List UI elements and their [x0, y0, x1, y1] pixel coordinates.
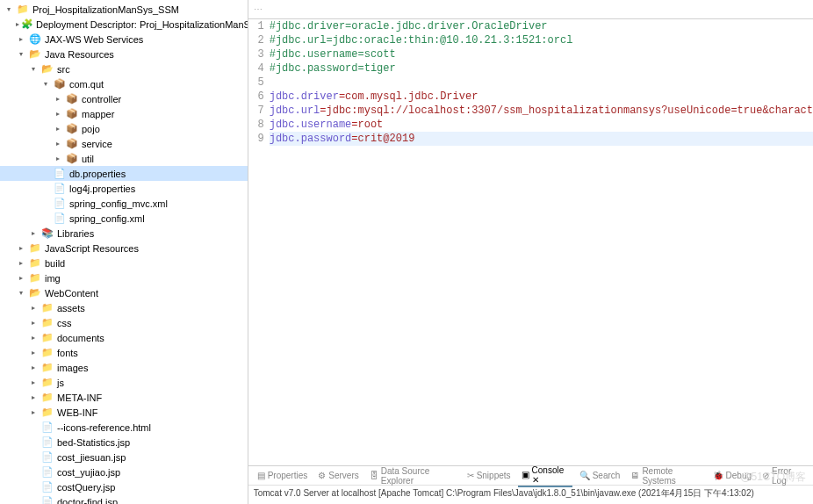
chevron-right-icon[interactable]: ▸ [16, 273, 26, 284]
tree-item[interactable]: ▸📁META-INF [0, 390, 248, 405]
tree-item[interactable]: ▾📂WebContent [0, 285, 248, 300]
tree-item-label: build [45, 258, 65, 269]
chevron-down-icon[interactable]: ▾ [28, 64, 39, 75]
bottom-tab-console[interactable]: ▣Console ✕ [518, 464, 572, 487]
tree-item[interactable]: ▸📦service [0, 136, 248, 151]
tree-item[interactable]: ▸📦pojo [0, 121, 248, 136]
tree-item[interactable]: 📄costQuery.jsp [0, 479, 248, 494]
chevron-down-icon[interactable]: ▾ [4, 4, 14, 15]
chevron-right-icon[interactable]: ▸ [28, 333, 39, 343]
bottom-tab-debug[interactable]: 🐞Debug [709, 470, 755, 481]
tree-item-label: Libraries [57, 228, 94, 239]
code-line[interactable]: #jdbc.password=tiger [270, 61, 813, 76]
remote-systems-icon: 🖥 [630, 471, 639, 480]
folder-icon: 📁 [40, 301, 54, 315]
chevron-down-icon[interactable]: ▾ [40, 79, 51, 90]
chevron-right-icon[interactable]: ▸ [16, 19, 19, 30]
project-explorer[interactable]: ▾📁Proj_HospitalizationManSys_SSM▸🧩Deploy… [0, 0, 248, 504]
editor-tab-strip[interactable]: ⋯ [248, 0, 813, 19]
tree-item[interactable]: ▸🧩Deployment Descriptor: Proj_Hospitaliz… [0, 17, 248, 32]
chevron-right-icon[interactable]: ▸ [16, 34, 26, 45]
tree-item-label: documents [57, 333, 104, 343]
tree-item[interactable]: ▸📦mapper [0, 106, 248, 121]
tree-item[interactable]: 📄--icons-reference.html [0, 420, 248, 435]
tree-item[interactable]: 📄cost_jiesuan.jsp [0, 450, 248, 464]
chevron-down-icon[interactable]: ▾ [16, 288, 26, 299]
code-line[interactable] [270, 76, 813, 90]
tree-item[interactable]: ▸📁fonts [0, 345, 248, 360]
code-editor[interactable]: 123456789 #jdbc.driver=oracle.jdbc.drive… [248, 19, 813, 465]
tree-item[interactable]: ▾📦com.qut [0, 76, 248, 91]
project-icon: 📁 [16, 3, 30, 17]
tree-item[interactable]: 📄cost_yujiao.jsp [0, 464, 248, 479]
tree-item[interactable]: 📄spring_config_mvc.xml [0, 196, 248, 211]
line-number: 4 [248, 61, 264, 76]
tree-item[interactable]: 📄doctor-find.jsp [0, 494, 248, 504]
tree-item[interactable]: 📄log4j.properties [0, 181, 248, 196]
code-content[interactable]: #jdbc.driver=oracle.jdbc.driver.OracleDr… [270, 19, 813, 465]
package-icon: 📦 [65, 122, 79, 136]
code-line[interactable]: #jdbc.url=jdbc:oracle:thin:@10.10.21.3:1… [270, 33, 813, 47]
bottom-tab-data-source-explorer[interactable]: 🗄Data Source Explorer [366, 465, 460, 486]
bottom-tab-label: Error Log [772, 466, 804, 486]
chevron-right-icon[interactable]: ▸ [53, 94, 63, 104]
chevron-right-icon[interactable]: ▸ [28, 378, 39, 388]
code-line[interactable]: jdbc.username=root [270, 118, 813, 132]
tree-item[interactable]: ▸📁documents [0, 330, 248, 345]
tree-item[interactable]: ▸📁assets [0, 300, 248, 315]
code-line[interactable]: #jdbc.driver=oracle.jdbc.driver.OracleDr… [270, 19, 813, 33]
tree-item[interactable]: ▸📁JavaScript Resources [0, 241, 248, 256]
chevron-right-icon[interactable]: ▸ [28, 348, 39, 358]
tree-item[interactable]: ▾📂Java Resources [0, 47, 248, 61]
tree-item[interactable]: ▸📦controller [0, 91, 248, 106]
chevron-right-icon[interactable]: ▸ [28, 363, 39, 373]
tree-item-label: spring_config_mvc.xml [69, 198, 168, 209]
chevron-right-icon[interactable]: ▸ [16, 243, 26, 254]
chevron-right-icon[interactable]: ▸ [28, 303, 39, 313]
bottom-tab-strip[interactable]: ▤Properties⚙Servers🗄Data Source Explorer… [248, 466, 813, 486]
folder-icon: 📁 [28, 256, 42, 270]
bottom-tab-error-log[interactable]: ⊘Error Log [759, 465, 808, 486]
chevron-right-icon[interactable]: ▸ [53, 109, 63, 119]
bottom-panel: ▤Properties⚙Servers🗄Data Source Explorer… [248, 465, 813, 504]
code-line[interactable]: jdbc.driver=com.mysql.jdbc.Driver [270, 90, 813, 104]
line-number: 2 [248, 33, 264, 47]
code-line[interactable]: #jdbc.username=scott [270, 47, 813, 61]
line-number: 7 [248, 104, 264, 118]
tree-item[interactable]: ▸📁js [0, 375, 248, 390]
lib-icon: 📚 [40, 227, 54, 241]
chevron-right-icon[interactable]: ▸ [28, 392, 39, 403]
bottom-tab-search[interactable]: 🔍Search [576, 470, 624, 481]
bottom-tab-snippets[interactable]: ✂Snippets [464, 470, 514, 481]
tree-item[interactable]: ▸📁WEB-INF [0, 405, 248, 420]
chevron-right-icon[interactable]: ▸ [28, 318, 39, 328]
tree-item[interactable]: 📄bed-Statistics.jsp [0, 435, 248, 450]
tree-item[interactable]: ▾📁Proj_HospitalizationManSys_SSM [0, 2, 248, 17]
chevron-right-icon[interactable]: ▸ [53, 139, 63, 149]
tree-item[interactable]: ▸🌐JAX-WS Web Services [0, 32, 248, 47]
project-tree[interactable]: ▾📁Proj_HospitalizationManSys_SSM▸🧩Deploy… [0, 0, 248, 504]
chevron-right-icon[interactable]: ▸ [16, 258, 26, 269]
tree-item[interactable]: ▸📁images [0, 360, 248, 375]
code-line[interactable]: jdbc.password=crit@2019 [270, 132, 813, 146]
chevron-right-icon[interactable]: ▸ [28, 407, 39, 418]
tree-item-label: util [82, 154, 94, 164]
chevron-right-icon[interactable]: ▸ [28, 228, 39, 239]
tree-item[interactable]: ▸📁css [0, 315, 248, 330]
chevron-right-icon[interactable]: ▸ [53, 154, 63, 164]
bottom-tab-servers[interactable]: ⚙Servers [314, 470, 362, 481]
tree-item[interactable]: ▾📂src [0, 61, 248, 76]
line-number: 6 [248, 90, 264, 104]
bottom-tab-remote-systems[interactable]: 🖥Remote Systems [627, 465, 705, 486]
bottom-tab-properties[interactable]: ▤Properties [254, 470, 312, 481]
tree-item[interactable]: ▸📦util [0, 151, 248, 166]
jsp-icon: 📄 [40, 495, 54, 505]
tree-item[interactable]: ▸📚Libraries [0, 226, 248, 241]
tree-item[interactable]: ▸📁build [0, 256, 248, 270]
chevron-down-icon[interactable]: ▾ [16, 49, 26, 60]
chevron-right-icon[interactable]: ▸ [53, 124, 63, 134]
tree-item[interactable]: ▸📁img [0, 270, 248, 285]
tree-item[interactable]: 📄spring_config.xml [0, 211, 248, 226]
tree-item[interactable]: 📄db.properties [0, 166, 248, 181]
code-line[interactable]: jdbc.url=jdbc:mysql://localhost:3307/ssm… [270, 104, 813, 118]
